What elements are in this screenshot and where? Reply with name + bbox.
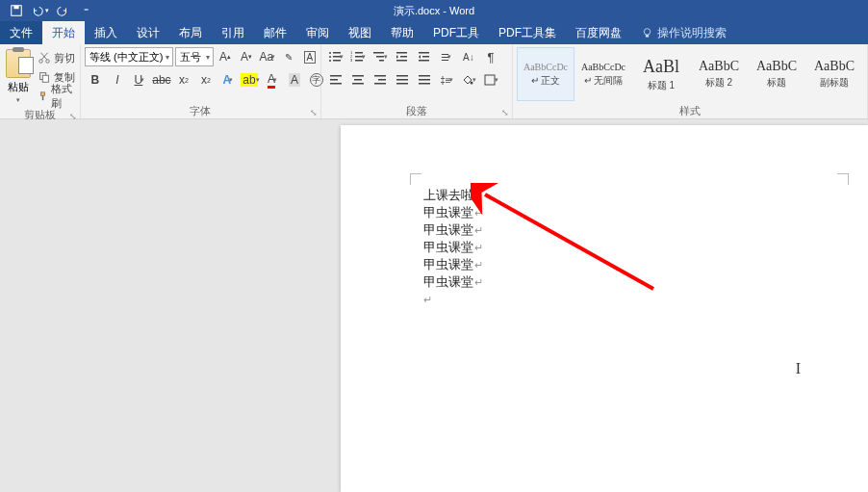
decrease-indent-button[interactable] xyxy=(392,47,413,66)
tab-pdf-toolset[interactable]: PDF工具集 xyxy=(489,21,566,44)
svg-rect-33 xyxy=(330,83,342,85)
borders-button[interactable]: ▾ xyxy=(480,70,501,90)
svg-rect-32 xyxy=(330,79,338,81)
style-gallery[interactable]: AaBbCcDc↵ 正文AaBbCcDc↵ 无间隔AaBl标题 1AaBbC标题… xyxy=(517,47,863,101)
paragraph-mark-icon: ↵ xyxy=(423,291,483,308)
align-right-button[interactable] xyxy=(370,70,391,90)
style-item[interactable]: AaBbCcDc↵ 正文 xyxy=(517,47,574,101)
svg-rect-38 xyxy=(378,79,386,81)
subscript-button[interactable]: x2 xyxy=(173,70,194,90)
tab-references[interactable]: 引用 xyxy=(212,21,254,44)
cut-button[interactable]: 剪切 xyxy=(38,49,76,66)
dialog-launcher-icon[interactable]: ⤡ xyxy=(310,108,318,117)
page-view[interactable]: 上课去啦甲虫课堂甲虫课堂甲虫课堂甲虫课堂甲虫课堂↵ I xyxy=(341,119,868,492)
text-line[interactable]: 上课去啦 xyxy=(423,187,483,204)
document-area: 上课去啦甲虫课堂甲虫课堂甲虫课堂甲虫课堂甲虫课堂↵ I xyxy=(0,119,868,492)
bullets-button[interactable]: ▾ xyxy=(325,47,346,66)
text-line[interactable]: 甲虫课堂 xyxy=(423,273,483,291)
tab-insert[interactable]: 插入 xyxy=(85,21,127,44)
bold-button[interactable]: B xyxy=(85,70,106,90)
font-size-combo[interactable]: 五号 xyxy=(175,47,214,66)
phonetic-guide-button[interactable]: ✎ xyxy=(279,47,298,66)
svg-point-2 xyxy=(644,28,651,35)
font-group-label: 字体 ⤡ xyxy=(81,104,320,118)
italic-button[interactable]: I xyxy=(107,70,128,90)
underline-button[interactable]: U▾ xyxy=(129,70,150,90)
increase-indent-button[interactable] xyxy=(414,47,435,66)
qat-customize[interactable]: ⁼ xyxy=(75,1,96,20)
save-button[interactable] xyxy=(6,1,27,20)
tab-review[interactable]: 审阅 xyxy=(296,21,339,44)
style-preview: AaBbC xyxy=(699,59,739,74)
tab-view[interactable]: 视图 xyxy=(339,21,381,44)
line-spacing-button[interactable]: ‡≡▾ xyxy=(436,70,457,90)
style-item[interactable]: AaBbC标题 xyxy=(748,47,805,101)
tab-layout[interactable]: 布局 xyxy=(169,21,212,44)
grow-font-button[interactable]: A▴ xyxy=(216,47,235,66)
tab-design[interactable]: 设计 xyxy=(127,21,169,44)
tab-mailings[interactable]: 邮件 xyxy=(254,21,296,44)
style-item[interactable]: AaBbC标题 2 xyxy=(690,47,748,101)
redo-button[interactable] xyxy=(52,1,73,20)
superscript-button[interactable]: x2 xyxy=(195,70,217,90)
tab-pdf-tool[interactable]: PDF工具 xyxy=(423,21,489,44)
tab-home[interactable]: 开始 xyxy=(42,21,85,44)
justify-icon xyxy=(396,73,409,87)
page-content[interactable]: 上课去啦甲虫课堂甲虫课堂甲虫课堂甲虫课堂甲虫课堂↵ xyxy=(423,187,483,308)
align-left-button[interactable] xyxy=(325,70,346,90)
text-line[interactable]: 甲虫课堂 xyxy=(423,221,483,239)
svg-rect-25 xyxy=(396,52,407,54)
style-preview: AaBbCcDc xyxy=(581,62,625,72)
distributed-button[interactable] xyxy=(414,70,435,90)
arrow-annotation-icon xyxy=(471,183,663,298)
svg-rect-45 xyxy=(419,83,430,85)
style-preview: AaBbC xyxy=(756,59,797,74)
align-left-icon xyxy=(329,73,343,87)
shading-button[interactable]: ▾ xyxy=(458,70,479,90)
svg-rect-37 xyxy=(374,75,386,77)
group-paragraph: ▾ 123▾ ▾ ☰▾ A↓ ¶ ‡≡▾ ▾ ▾ 段落 ⤡ xyxy=(321,44,513,118)
char-border-button[interactable]: A xyxy=(300,47,319,66)
highlight-button[interactable]: ab▾ xyxy=(240,70,261,90)
undo-button[interactable]: ▾ xyxy=(29,1,50,20)
style-item[interactable]: AaBl标题 1 xyxy=(632,47,690,101)
paste-button[interactable]: 粘贴 ▾ xyxy=(4,47,34,104)
sort-button[interactable]: A↓ xyxy=(458,47,479,66)
strikethrough-button[interactable]: abc xyxy=(151,70,172,90)
show-marks-button[interactable]: ¶ xyxy=(480,47,501,66)
asian-layout-button[interactable]: ☰▾ xyxy=(436,47,457,66)
format-painter-button[interactable]: 格式刷 xyxy=(38,88,76,105)
style-item[interactable]: AaBbC副标题 xyxy=(805,47,863,101)
text-line[interactable]: 甲虫课堂 xyxy=(423,256,483,273)
shrink-font-button[interactable]: A▾ xyxy=(237,47,256,66)
font-color-button[interactable]: A▾ xyxy=(262,70,283,90)
font-name-combo[interactable]: 等线 (中文正文) xyxy=(85,47,173,66)
page[interactable]: 上课去啦甲虫课堂甲虫课堂甲虫课堂甲虫课堂甲虫课堂↵ xyxy=(341,125,868,492)
svg-rect-8 xyxy=(40,92,44,95)
style-item[interactable]: AaBbCcDc↵ 无间隔 xyxy=(574,47,632,101)
text-line[interactable]: 甲虫课堂 xyxy=(423,204,483,221)
tell-me-search[interactable]: 操作说明搜索 xyxy=(631,21,727,44)
tab-file[interactable]: 文件 xyxy=(0,21,42,44)
style-name: 标题 xyxy=(767,76,786,90)
tab-help[interactable]: 帮助 xyxy=(381,21,423,44)
dialog-launcher-icon[interactable]: ⤡ xyxy=(501,108,509,117)
svg-rect-40 xyxy=(396,75,408,77)
justify-button[interactable] xyxy=(392,70,413,90)
align-center-button[interactable] xyxy=(347,70,369,90)
char-shading-button[interactable]: A xyxy=(284,70,305,90)
text-effects-button[interactable]: A▾ xyxy=(217,70,239,90)
change-case-button[interactable]: Aa▾ xyxy=(258,47,277,66)
style-name: 标题 1 xyxy=(648,79,675,92)
numbering-button[interactable]: 123▾ xyxy=(347,47,369,66)
svg-rect-26 xyxy=(400,56,407,58)
svg-point-5 xyxy=(45,60,49,64)
text-line[interactable]: 甲虫课堂 xyxy=(423,239,483,256)
style-name: ↵ 正文 xyxy=(531,74,561,88)
multilevel-list-button[interactable]: ▾ xyxy=(370,47,391,66)
group-font: 等线 (中文正文) 五号 A▴ A▾ Aa▾ ✎ A B I U▾ abc x2… xyxy=(81,44,321,118)
tell-me-label: 操作说明搜索 xyxy=(657,25,727,41)
tab-baidu[interactable]: 百度网盘 xyxy=(566,21,631,44)
group-clipboard: 粘贴 ▾ 剪切 复制 格式刷 剪贴板 ⤡ xyxy=(0,44,81,118)
margin-corner-icon xyxy=(410,173,421,185)
